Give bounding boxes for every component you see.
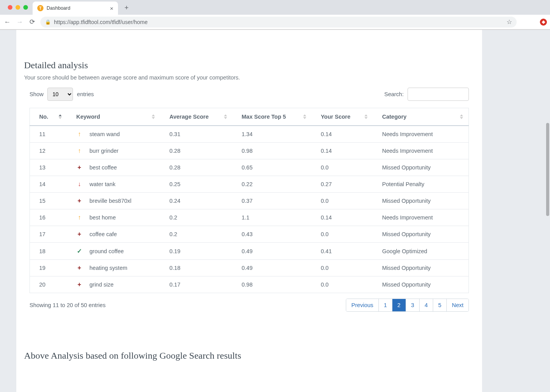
cell-no: 13 [30,159,67,176]
pagination-page-3[interactable]: 3 [406,299,419,311]
trend-plus-icon: + [76,264,83,271]
col-header-no[interactable]: No. [30,108,67,126]
trend-check-icon: ✓ [76,247,83,255]
pagination-next[interactable]: Next [446,299,468,311]
keyword-text: water tank [90,181,116,187]
close-window-button[interactable] [8,5,12,10]
cell-no: 14 [30,176,67,193]
keyword-text: ground coffee [90,248,124,254]
cell-keyword: ↓water tank [67,176,160,193]
cell-category: Missed Opportunity [373,260,469,276]
sort-icon [152,114,155,119]
analysis-table: No. Keyword Average [29,108,469,293]
trend-up-icon: ↑ [76,214,83,221]
cell-category: Needs Improvement [373,209,469,226]
keyword-text: coffee cafe [90,231,117,237]
scrollbar-thumb[interactable] [546,123,549,216]
sort-icon [364,114,368,119]
table-row: 19+heating system0.180.490.0Missed Oppor… [30,260,469,276]
keyword-text: steam wand [90,131,120,137]
maximize-window-button[interactable] [23,5,28,10]
window-controls [3,0,33,15]
cell-category: Missed Opportunity [373,276,469,293]
keyword-text: grind size [90,281,114,288]
tab-favicon: T [37,5,43,11]
cell-no: 15 [30,193,67,209]
table-row: 20+grind size0.170.980.0Missed Opportuni… [30,276,469,293]
address-bar[interactable]: 🔒 https://app.tfidftool.com/tfidf/user/h… [40,17,517,28]
cell-your: 0.0 [312,260,373,276]
cell-avg: 0.28 [160,143,232,159]
col-header-your[interactable]: Your Score [312,108,373,126]
col-header-avg[interactable]: Average Score [160,108,232,126]
forward-button[interactable]: → [16,18,24,26]
pagination-page-5[interactable]: 5 [433,299,446,311]
bookmark-star-icon[interactable]: ☆ [507,18,512,26]
cell-keyword: ↑best home [67,209,160,226]
cell-max: 0.22 [232,176,312,193]
minimize-window-button[interactable] [16,5,20,10]
cell-avg: 0.24 [160,193,232,209]
pagination-prev[interactable]: Previous [346,299,378,311]
cell-category: Potential Penalty [373,176,469,193]
cell-avg: 0.17 [160,276,232,293]
keyword-text: burr grinder [90,148,119,154]
keyword-text: heating system [90,265,128,271]
cell-keyword: +heating system [67,260,160,276]
trend-plus-icon: + [76,164,83,171]
search-input[interactable] [408,88,469,101]
next-section-title: Above Analysis based on following Google… [24,312,474,361]
cell-your: 0.0 [312,276,373,293]
cell-your: 0.14 [312,209,373,226]
entries-select[interactable]: 10 [47,88,73,101]
cell-your: 0.0 [312,226,373,243]
trend-plus-icon: + [76,197,83,204]
section-subtitle: Your score should be between average sco… [24,74,474,81]
table-row: 12↑burr grinder0.280.980.14Needs Improve… [30,143,469,159]
cell-no: 16 [30,209,67,226]
cell-keyword: ↑steam wand [67,126,160,143]
cell-max: 0.49 [232,243,312,260]
entries-label: entries [77,91,94,97]
browser-toolbar: ← → ⟳ 🔒 https://app.tfidftool.com/tfidf/… [0,15,550,29]
cell-avg: 0.19 [160,243,232,260]
pagination: Previous12345Next [346,299,469,312]
cell-max: 0.98 [232,276,312,293]
extension-icon[interactable]: ◆ [540,19,547,26]
table-row: 14↓water tank0.250.220.27Potential Penal… [30,176,469,193]
cell-max: 1.1 [232,209,312,226]
pagination-page-1[interactable]: 1 [378,299,392,311]
pagination-page-2[interactable]: 2 [392,299,406,311]
cell-avg: 0.2 [160,209,232,226]
col-header-keyword[interactable]: Keyword [67,108,160,126]
cell-avg: 0.2 [160,226,232,243]
cell-your: 0.0 [312,193,373,209]
back-button[interactable]: ← [3,18,12,26]
table-footer: Showing 11 to 20 of 50 entries Previous1… [29,299,469,312]
cell-avg: 0.28 [160,159,232,176]
cell-your: 0.14 [312,126,373,143]
new-tab-button[interactable]: + [121,2,132,13]
trend-plus-icon: + [76,281,83,288]
reload-button[interactable]: ⟳ [28,18,36,26]
search-control: Search: [384,88,469,101]
cell-keyword: ↑burr grinder [67,143,160,159]
url-text: https://app.tfidftool.com/tfidf/user/hom… [54,19,147,25]
search-label: Search: [384,91,404,97]
cell-category: Missed Opportunity [373,226,469,243]
cell-keyword: ✓ground coffee [67,243,160,260]
close-tab-button[interactable]: × [110,5,113,12]
cell-max: 0.37 [232,193,312,209]
pagination-page-4[interactable]: 4 [419,299,433,311]
cell-avg: 0.31 [160,126,232,143]
browser-tab[interactable]: T Dashboard × [33,2,118,15]
trend-plus-icon: + [76,231,83,238]
col-header-max[interactable]: Max Score Top 5 [232,108,312,126]
col-header-category[interactable]: Category [373,108,469,126]
content-card: Detailed analysis Your score should be b… [16,30,482,392]
browser-chrome: T Dashboard × + ← → ⟳ 🔒 https://app.tfid… [0,0,550,30]
cell-category: Missed Opportunity [373,159,469,176]
show-label: Show [29,91,43,97]
cell-max: 0.49 [232,260,312,276]
keyword-text: breville bes870xl [90,198,132,204]
